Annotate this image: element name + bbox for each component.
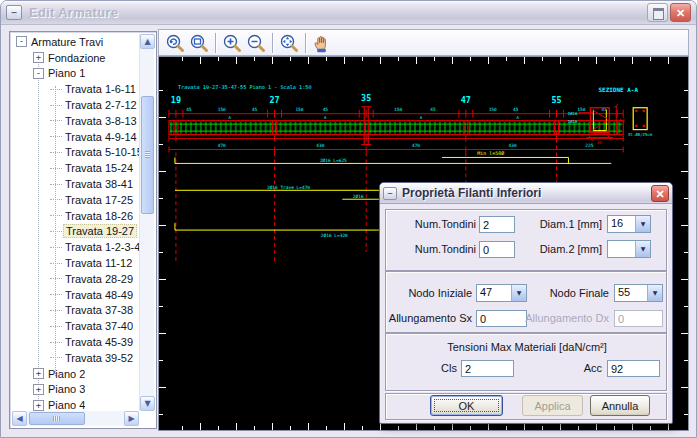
scroll-right-button[interactable] [124, 411, 139, 426]
zoom-previous-icon [164, 32, 186, 54]
tree-item-travata-37-38[interactable]: Travata 37-38 [12, 303, 139, 319]
tree-item-travata-48-49[interactable]: Travata 48-49 [12, 287, 139, 303]
tree-item-travata-45-39[interactable]: Travata 45-39 [12, 334, 139, 350]
scroll-left-button[interactable] [12, 411, 27, 426]
tree-connector [50, 89, 62, 90]
tree-connector [50, 152, 62, 153]
svg-text:45: 45 [186, 107, 192, 112]
zoom-window-button[interactable] [187, 31, 211, 54]
tree-item-piano-4[interactable]: +Piano 4 [12, 397, 139, 411]
tree-item-label: Travata 19-27 [63, 224, 137, 238]
tree-item-travata-19-27[interactable]: Travata 19-27 [12, 224, 139, 240]
tree-item-travata-5-10-15[interactable]: Travata 5-10-15 [12, 145, 139, 161]
allungamento-dx-label: Allungamento Dx [520, 310, 609, 327]
close-button[interactable] [670, 3, 691, 22]
tree-vertical-scrollbar[interactable] [139, 34, 154, 411]
tree-item-piano-2[interactable]: +Piano 2 [12, 366, 139, 382]
tree-item-travata-11-12[interactable]: Travata 11-12 [12, 255, 139, 271]
cls-field[interactable] [461, 360, 514, 377]
tree-item-label: Travata 17-25 [65, 194, 133, 206]
allungamento-sx-label: Allungamento Sx [382, 310, 472, 327]
tree-item-piano-3[interactable]: +Piano 3 [12, 382, 139, 398]
tree-connector [50, 120, 62, 121]
dropdown-arrow-icon[interactable] [635, 241, 650, 257]
tree-item-travata-1-2-3-4[interactable]: Travata 1-2-3-4 [12, 239, 139, 255]
num-tondini-2-field[interactable] [479, 241, 515, 258]
num-tondini-1-field[interactable] [479, 216, 515, 233]
vertical-scroll-thumb[interactable] [141, 96, 154, 214]
tree-connector [50, 215, 62, 216]
zoom-previous-button[interactable] [163, 31, 187, 54]
nodo-iniziale-label: Nodo Iniziale [386, 285, 472, 302]
tree-item-fondazione[interactable]: +Fondazione [12, 50, 139, 66]
tree-horizontal-scrollbar[interactable] [12, 411, 139, 426]
dialog-close-button[interactable] [651, 185, 669, 202]
tree-connector [50, 184, 62, 185]
nodo-iniziale-combobox[interactable]: 47 [476, 284, 527, 302]
allungamento-dx-field [614, 310, 663, 327]
scroll-down-button[interactable] [140, 396, 155, 411]
tree-connector [50, 168, 62, 169]
tree-connector [50, 278, 62, 279]
zoom-extents-button[interactable] [277, 31, 301, 54]
cad-title: Travata 19-27-35-47-55 Piano 1 - Scala 1… [178, 84, 312, 90]
tree-item-label: Travata 48-49 [65, 289, 133, 301]
horizontal-scroll-thumb[interactable] [29, 412, 85, 425]
tree-item-travata-15-24[interactable]: Travata 15-24 [12, 160, 139, 176]
tree-item-travata-17-25[interactable]: Travata 17-25 [12, 192, 139, 208]
scroll-up-button[interactable] [140, 34, 155, 49]
cls-label: Cls [420, 360, 457, 377]
tree-item-travata-1-6-11[interactable]: Travata 1-6-11 [12, 81, 139, 97]
annulla-button[interactable]: Annulla [590, 395, 650, 416]
expand-icon[interactable]: + [33, 400, 44, 411]
ok-button[interactable]: OK [430, 395, 503, 416]
zoom-in-button[interactable] [220, 31, 244, 54]
dropdown-arrow-icon[interactable] [511, 285, 526, 301]
tree-item-travata-39-52[interactable]: Travata 39-52 [12, 350, 139, 366]
maximize-button[interactable] [647, 3, 668, 22]
nodo-iniziale-value: 47 [477, 285, 511, 301]
diam1-combobox[interactable]: 16 [607, 215, 651, 233]
tree-item-piano-1[interactable]: -Piano 1 [12, 66, 139, 82]
expand-icon[interactable]: + [33, 384, 44, 395]
zoom-window-icon [188, 32, 210, 54]
tree-connector [50, 310, 62, 311]
node-label: 19 [171, 95, 181, 105]
collapse-icon[interactable]: - [16, 36, 27, 47]
tree-item-travata-28-29[interactable]: Travata 28-29 [12, 271, 139, 287]
dialog-titlebar[interactable]: Proprietà Filanti Inferiori [380, 183, 672, 204]
tree-item-travata-4-9-14[interactable]: Travata 4-9-14 [12, 129, 139, 145]
tree-item-travata-38-41[interactable]: Travata 38-41 [12, 176, 139, 192]
window-content: -Armature Travi+Fondazione-Piano 1Travat… [5, 25, 692, 432]
stirrup-detail-label: St.Ø8/25cm [628, 132, 653, 137]
section-bottom-bar-label: 2Ø16 [568, 119, 578, 124]
expand-icon[interactable]: + [33, 52, 44, 63]
tree-item-travata-3-8-13[interactable]: Travata 3-8-13 [12, 113, 139, 129]
tree-connector [50, 342, 62, 343]
tree-item-label: Piano 4 [48, 399, 85, 411]
svg-text:∧: ∧ [324, 114, 327, 120]
tree-item-travata-18-26[interactable]: Travata 18-26 [12, 208, 139, 224]
diam2-label: Diam.2 [mm] [520, 241, 602, 258]
window-titlebar[interactable]: Edit Armature [1, 1, 696, 25]
svg-text:2Ø16: 2Ø16 [353, 194, 364, 199]
tree-item-label: Travata 3-8-13 [65, 115, 137, 127]
zoom-out-button[interactable] [244, 31, 268, 54]
expand-icon[interactable]: + [33, 368, 44, 379]
nodo-finale-combobox[interactable]: 55 [614, 284, 663, 302]
section-width-dim: 30 [597, 140, 603, 145]
tree-item-travata-37-40[interactable]: Travata 37-40 [12, 318, 139, 334]
pan-button[interactable] [310, 31, 334, 54]
tensioni-max-label: Tensioni Max Materiali [daN/cm²] [380, 339, 674, 356]
svg-text:45: 45 [430, 107, 436, 112]
tree-item-label: Travata 38-41 [65, 178, 133, 190]
collapse-icon[interactable]: - [33, 68, 44, 79]
cad-canvas[interactable]: Travata 19-27-35-47-55 Piano 1 - Scala 1… [158, 56, 689, 431]
dropdown-arrow-icon[interactable] [635, 216, 650, 232]
dropdown-arrow-icon[interactable] [647, 285, 662, 301]
tree-item-label: Travata 2-7-12 [65, 99, 137, 111]
tree-item-armature-travi[interactable]: -Armature Travi [12, 34, 139, 50]
acc-field[interactable] [607, 360, 660, 377]
tree-item-travata-2-7-12[interactable]: Travata 2-7-12 [12, 97, 139, 113]
diam2-combobox[interactable] [607, 240, 651, 258]
